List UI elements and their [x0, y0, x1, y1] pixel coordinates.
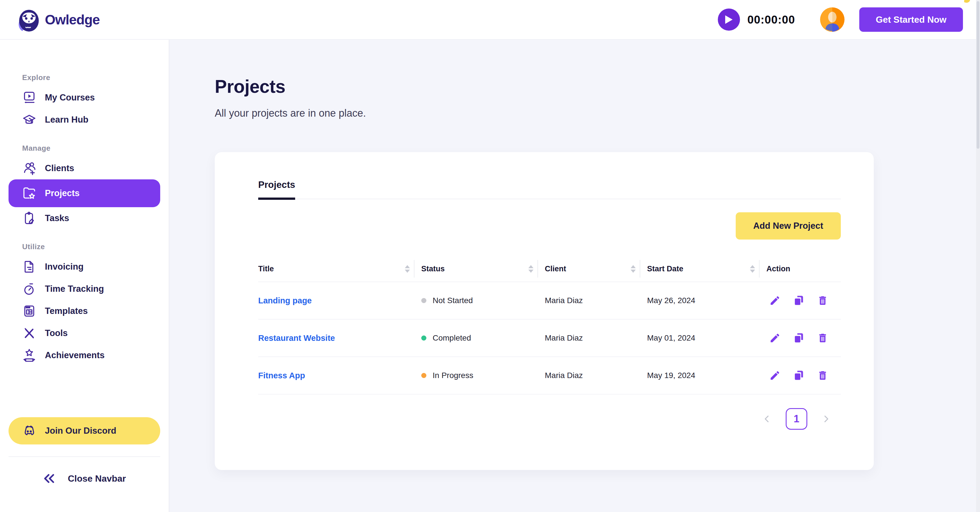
sort-icon[interactable] — [528, 265, 533, 273]
join-discord-button[interactable]: Join Our Discord — [8, 417, 160, 444]
add-user-icon — [22, 161, 37, 175]
sort-icon[interactable] — [750, 265, 755, 273]
sidebar-divider — [8, 457, 160, 457]
project-title-link[interactable]: Landing page — [258, 296, 312, 305]
column-label: Action — [767, 265, 790, 273]
scrollbar-track[interactable] — [976, 0, 980, 512]
table-row: Landing page Not Started Maria Diaz May … — [258, 282, 841, 320]
brand-accent-mark — [964, 0, 971, 3]
achievement-icon — [22, 348, 37, 363]
delete-button[interactable] — [817, 370, 828, 381]
status-cell: Not Started — [421, 296, 545, 305]
sidebar-item-invoicing[interactable]: Invoicing — [8, 256, 160, 278]
table-actions-row: Add New Project — [258, 212, 841, 239]
column-label: Title — [258, 265, 274, 273]
action-cell — [767, 295, 841, 306]
get-started-button[interactable]: Get Started Now — [859, 7, 963, 32]
status-dot — [421, 373, 426, 378]
client-name: Maria Diaz — [545, 371, 583, 380]
column-label: Client — [545, 265, 566, 273]
duplicate-button[interactable] — [793, 332, 805, 344]
avatar-image — [820, 7, 845, 32]
start-date: May 26, 2024 — [647, 296, 695, 305]
timer-display: 00:00:00 — [747, 13, 795, 26]
sidebar-item-clients[interactable]: Clients — [8, 157, 160, 179]
column-label: Status — [421, 265, 445, 273]
video-course-icon — [22, 90, 37, 105]
sidebar-item-learn-hub[interactable]: Learn Hub — [8, 109, 160, 131]
page-title: Projects — [215, 76, 980, 97]
sidebar-item-achievements[interactable]: Achievements — [8, 344, 160, 366]
page-subtitle: All your projects are in one place. — [215, 107, 980, 119]
sidebar-item-my-courses[interactable]: My Courses — [8, 87, 160, 109]
sidebar-item-tools[interactable]: Tools — [8, 322, 160, 344]
status-text: Not Started — [433, 296, 473, 305]
edit-button[interactable] — [769, 295, 781, 306]
delete-button[interactable] — [817, 295, 828, 306]
page-number-button[interactable]: 1 — [786, 408, 807, 430]
sort-icon[interactable] — [405, 265, 410, 273]
section-label: Manage — [8, 144, 160, 153]
sidebar-item-templates[interactable]: Templates — [8, 300, 160, 322]
topbar-actions: 00:00:00 Get Started Now — [718, 7, 963, 32]
tab-projects[interactable]: Projects — [258, 179, 295, 199]
status-cell: Completed — [421, 333, 545, 342]
sidebar-item-tasks[interactable]: Tasks — [8, 207, 160, 229]
pagination: 1 — [258, 408, 841, 430]
section-label: Explore — [8, 73, 160, 82]
sidebar-item-label: Learn Hub — [45, 115, 88, 125]
status-text: Completed — [433, 333, 471, 342]
table-header-row: Title Status Client Start Date — [258, 256, 841, 282]
sidebar-item-label: Achievements — [45, 350, 105, 360]
user-avatar[interactable] — [820, 7, 845, 32]
client-name: Maria Diaz — [545, 296, 583, 305]
active-tab-indicator — [258, 198, 295, 200]
discord-icon — [22, 424, 37, 438]
tabs-row: Projects — [258, 179, 841, 199]
close-navbar-button[interactable]: Close Navbar — [8, 465, 160, 492]
edit-button[interactable] — [769, 370, 781, 381]
project-title-link[interactable]: Fitness App — [258, 371, 305, 380]
action-cell — [767, 332, 841, 344]
sidebar-bottom: Join Our Discord Close Navbar — [8, 417, 160, 492]
top-bar: Owledge 00:00:00 Get Started Now — [0, 0, 980, 40]
column-header-title: Title — [258, 256, 421, 282]
sidebar-item-time-tracking[interactable]: Time Tracking — [8, 278, 160, 300]
previous-page-button[interactable] — [762, 414, 772, 424]
next-page-button[interactable] — [821, 414, 831, 424]
section-label: Utilize — [8, 243, 160, 251]
sort-icon[interactable] — [631, 265, 636, 273]
delete-button[interactable] — [817, 332, 828, 344]
projects-card: Projects Add New Project Title Status — [215, 152, 874, 470]
column-header-status: Status — [421, 256, 545, 282]
double-chevron-left-icon — [43, 472, 56, 485]
add-new-project-button[interactable]: Add New Project — [736, 212, 841, 239]
status-text: In Progress — [433, 371, 473, 380]
column-header-start-date: Start Date — [647, 256, 767, 282]
sidebar-item-label: Tools — [45, 328, 68, 338]
projects-table: Title Status Client Start Date — [258, 256, 841, 395]
sidebar-item-projects[interactable]: Projects — [8, 179, 160, 207]
duplicate-button[interactable] — [793, 370, 805, 381]
project-title-link[interactable]: Restaurant Website — [258, 333, 335, 342]
edit-button[interactable] — [769, 332, 781, 344]
sidebar-section-explore: Explore My Courses — [8, 73, 160, 131]
client-name: Maria Diaz — [545, 333, 583, 342]
table-body: Landing page Not Started Maria Diaz May … — [258, 282, 841, 395]
tab-label: Projects — [258, 179, 295, 190]
start-date: May 01, 2024 — [647, 333, 695, 342]
brand-logo[interactable]: Owledge — [15, 6, 100, 33]
sidebar-nav: Explore My Courses — [0, 40, 169, 512]
column-label: Start Date — [647, 265, 683, 273]
invoice-icon — [22, 260, 37, 274]
sidebar-item-label: Tasks — [45, 213, 69, 224]
scrollbar-thumb[interactable] — [977, 1, 980, 149]
duplicate-button[interactable] — [793, 295, 805, 306]
main-content: Projects All your projects are in one pl… — [169, 40, 980, 512]
sidebar-item-label: Projects — [45, 188, 80, 198]
app-window: Owledge 00:00:00 Get Started Now — [0, 0, 980, 512]
close-navbar-label: Close Navbar — [68, 473, 126, 484]
owl-logo-icon — [15, 6, 42, 33]
timer-play-button[interactable] — [718, 8, 740, 31]
sidebar-item-label: Time Tracking — [45, 284, 104, 294]
